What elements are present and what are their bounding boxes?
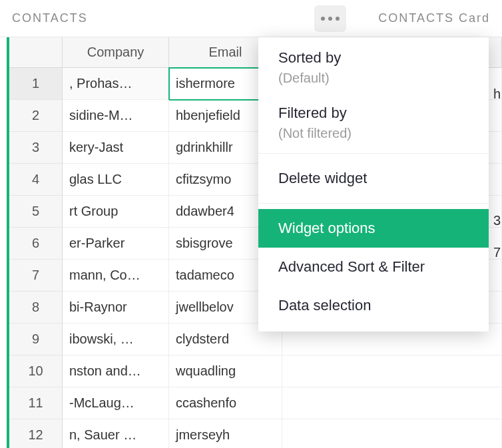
column-header-company[interactable]: Company: [63, 37, 169, 68]
cell-company[interactable]: glas LLC: [63, 164, 169, 196]
menu-divider: [258, 153, 489, 154]
cell-rest[interactable]: [282, 355, 502, 387]
ellipsis-icon: [321, 17, 340, 21]
sorted-by-label: Sorted by: [278, 49, 469, 67]
row-number[interactable]: 9: [9, 324, 63, 355]
menu-data-selection[interactable]: Data selection: [258, 286, 489, 325]
clipped-text: 3: [493, 213, 501, 228]
row-number[interactable]: 1: [9, 68, 63, 100]
cell-company[interactable]: rt Group: [63, 196, 169, 228]
row-number[interactable]: 6: [9, 228, 63, 260]
filter-section[interactable]: Filtered by (Not filtered): [258, 93, 489, 148]
row-number[interactable]: 7: [9, 260, 63, 292]
cell-email[interactable]: wquadling: [169, 355, 282, 387]
clipped-text: 7: [493, 245, 501, 260]
cell-rest[interactable]: [282, 419, 502, 448]
sort-section[interactable]: Sorted by (Default): [258, 37, 489, 93]
tab-contacts[interactable]: CONTACTS: [0, 11, 100, 25]
row-number[interactable]: 11: [9, 387, 63, 419]
filtered-by-value: (Not filtered): [278, 126, 469, 141]
menu-advanced-sort-filter[interactable]: Advanced Sort & Filter: [258, 248, 489, 286]
row-number[interactable]: 8: [9, 292, 63, 324]
widget-menu-button[interactable]: [314, 5, 346, 32]
cell-company[interactable]: bi-Raynor: [63, 292, 169, 324]
row-number[interactable]: 4: [9, 164, 63, 196]
cell-company[interactable]: mann, Co…: [63, 260, 169, 292]
cell-company[interactable]: -McLaug…: [63, 387, 169, 419]
menu-widget-options[interactable]: Widget options: [258, 209, 489, 248]
cell-email[interactable]: ccashenfo: [169, 387, 282, 419]
cell-company[interactable]: , Prohas…: [63, 68, 169, 100]
cell-rest[interactable]: [282, 387, 502, 419]
filtered-by-label: Filtered by: [278, 105, 469, 122]
cell-company[interactable]: nston and…: [63, 355, 169, 387]
cell-company[interactable]: ibowski, …: [63, 324, 169, 355]
row-number[interactable]: 10: [9, 355, 63, 387]
menu-divider: [258, 203, 489, 204]
widget-menu-dropdown: Sorted by (Default) Filtered by (Not fil…: [258, 37, 489, 332]
cell-company[interactable]: sidine-M…: [63, 100, 169, 132]
clipped-text: h: [493, 87, 501, 102]
menu-delete-widget[interactable]: Delete widget: [258, 159, 489, 198]
sorted-by-value: (Default): [278, 71, 469, 86]
cell-email[interactable]: jmerseyh: [169, 419, 282, 448]
tab-bar: CONTACTS CONTACTS Card: [0, 0, 502, 37]
tab-contacts-card[interactable]: CONTACTS Card: [366, 11, 502, 25]
cell-company[interactable]: n, Sauer …: [63, 419, 169, 448]
row-number[interactable]: 12: [9, 419, 63, 448]
row-header-corner: [9, 37, 63, 68]
row-number[interactable]: 5: [9, 196, 63, 228]
cell-company[interactable]: kery-Jast: [63, 132, 169, 164]
cell-company[interactable]: er-Parker: [63, 228, 169, 260]
row-number[interactable]: 3: [9, 132, 63, 164]
row-number[interactable]: 2: [9, 100, 63, 132]
